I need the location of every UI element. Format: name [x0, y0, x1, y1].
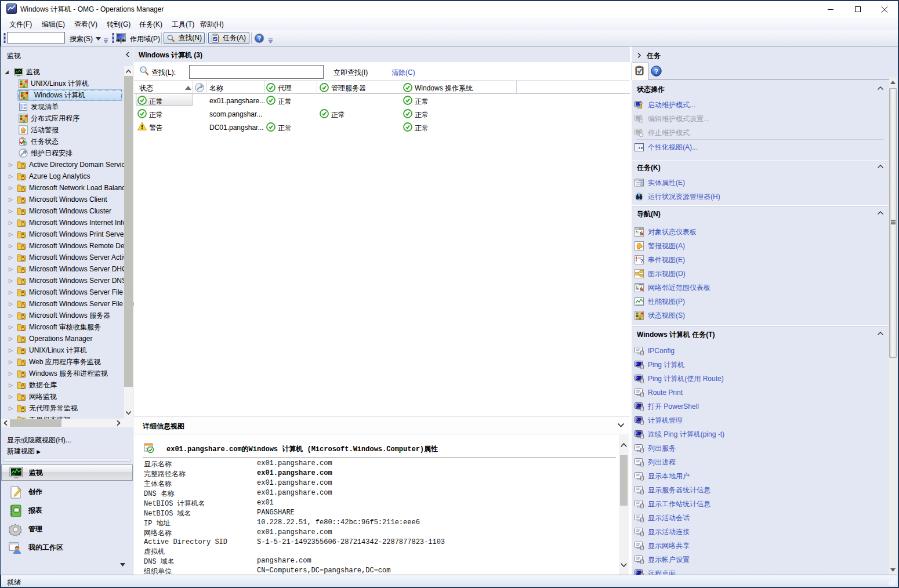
- svg-text:?: ?: [258, 35, 261, 42]
- svg-text:?: ?: [654, 68, 658, 75]
- svg-text:?: ?: [640, 258, 643, 264]
